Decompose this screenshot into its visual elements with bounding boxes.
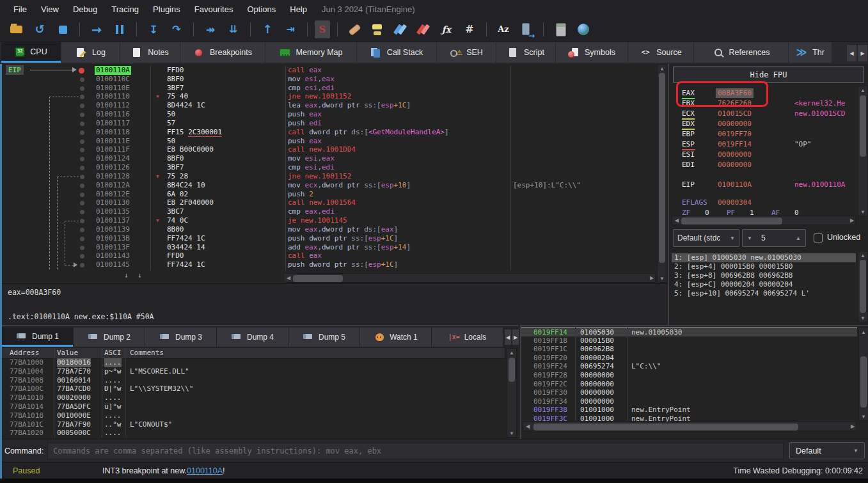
instruction-dot[interactable] bbox=[80, 193, 84, 197]
dump-tab-locals[interactable]: Locals bbox=[432, 328, 503, 347]
disasm-row[interactable]: 01001110▾75 40jne new.1001152 bbox=[2, 92, 654, 101]
register-value[interactable]: 0019FF14 bbox=[718, 139, 752, 149]
tab-cpu[interactable]: CPU bbox=[1, 42, 61, 63]
instruction-dot[interactable] bbox=[80, 139, 84, 144]
hash-icon[interactable] bbox=[460, 20, 479, 38]
register-value[interactable]: 00000000 bbox=[718, 150, 752, 159]
stop-icon[interactable] bbox=[53, 20, 72, 38]
instruction-dot[interactable] bbox=[80, 113, 84, 117]
scroll-left-icon[interactable]: ◀ bbox=[524, 423, 532, 430]
calculator-icon[interactable] bbox=[551, 20, 570, 38]
disasm-row[interactable]: 01001130E8 2F040000call new.1001564 bbox=[2, 198, 654, 207]
register-value[interactable]: 0019FF70 bbox=[718, 129, 752, 139]
disasm-row[interactable]: 010011398B00mov eax,dword ptr ds:[eax] bbox=[2, 225, 654, 234]
dump-value[interactable]: 77BA7F90 bbox=[57, 420, 91, 429]
dump-header-asci[interactable]: ASCI bbox=[104, 348, 122, 358]
disassembly-pane[interactable]: EIP 0100110AFFD0call eax0100110C8BF0mov … bbox=[2, 64, 668, 283]
case-az-icon[interactable] bbox=[494, 20, 513, 38]
stack-pane[interactable]: 0019FF1401005030new.010050300019FF180000… bbox=[520, 325, 868, 439]
labels-red-icon[interactable] bbox=[414, 20, 433, 38]
register-value[interactable]: 00000000 bbox=[718, 160, 752, 170]
scroll-thumb[interactable] bbox=[509, 358, 515, 382]
instruction-dot[interactable] bbox=[80, 77, 84, 82]
fx-icon[interactable] bbox=[437, 20, 456, 38]
scroll-thumb[interactable] bbox=[533, 424, 798, 431]
scroll-thumb[interactable] bbox=[659, 73, 665, 263]
instruction-dot[interactable] bbox=[80, 86, 84, 91]
tab-scroll-right-icon[interactable]: ▶ bbox=[857, 44, 868, 62]
step-over-icon[interactable] bbox=[167, 20, 186, 38]
stack-row[interactable]: 0019FF3400000000 bbox=[521, 397, 857, 406]
argument-row[interactable]: 2: [esp+4] 000015B0 000015B0 bbox=[672, 262, 856, 271]
dump-row[interactable]: 77BA10200005000C.... bbox=[2, 429, 505, 436]
scroll-right-icon[interactable]: ▶ bbox=[848, 217, 856, 224]
stack-value[interactable]: 00000000 bbox=[580, 380, 614, 389]
execute-till-return-icon[interactable] bbox=[258, 20, 277, 38]
menu-view[interactable]: View bbox=[34, 0, 66, 18]
instruction-dot[interactable] bbox=[80, 131, 84, 135]
dump-row[interactable]: 77BA10180010000E.... bbox=[2, 411, 505, 420]
scroll-thumb[interactable] bbox=[860, 260, 866, 313]
disasm-vertical-scrollbar[interactable]: ▲▼ bbox=[657, 64, 667, 283]
dump-header-value[interactable]: Value bbox=[57, 348, 78, 358]
menu-plugins[interactable]: Plugins bbox=[146, 0, 187, 18]
register-value[interactable]: 00000000 bbox=[718, 119, 752, 129]
disasm-row[interactable]: 0100111E50push eax bbox=[2, 137, 654, 146]
run-to-user-code-icon[interactable] bbox=[281, 20, 300, 38]
dump-row[interactable]: 77BA101477BA5DFCü]°w bbox=[2, 402, 505, 411]
tab-source[interactable]: Source bbox=[628, 42, 693, 63]
dump-row[interactable]: 77BA101000020000.... bbox=[2, 393, 505, 402]
modules-icon[interactable] bbox=[517, 20, 536, 38]
stack-value[interactable]: 00695274 bbox=[580, 362, 614, 371]
stack-row[interactable]: 0019FF3000000000 bbox=[521, 388, 857, 397]
dump-value[interactable]: 00160014 bbox=[57, 376, 91, 385]
disasm-row[interactable]: 0100110E3BF7cmp esi,edi bbox=[2, 84, 654, 93]
registers-vertical-scrollbar[interactable]: ▲▼ bbox=[858, 86, 868, 216]
stack-row[interactable]: 0019FF18000015B0 bbox=[521, 337, 857, 345]
instruction-dot[interactable] bbox=[80, 219, 84, 223]
disasm-row[interactable]: 0100112A8B4C24 10mov ecx,dword ptr ss:[e… bbox=[2, 181, 654, 190]
stack-value[interactable]: 00000000 bbox=[580, 397, 614, 406]
disasm-row[interactable]: 010011353BC7cmp eax,edi bbox=[2, 207, 654, 216]
instruction-dot[interactable] bbox=[80, 122, 84, 126]
scroll-down-icon[interactable]: ▼ bbox=[859, 315, 867, 322]
labels-blue-icon[interactable] bbox=[391, 20, 410, 38]
register-row[interactable]: EFLAGS00000304 bbox=[669, 198, 856, 207]
scroll-thumb[interactable] bbox=[293, 275, 343, 282]
dump-tab-scroll-right-icon[interactable]: ▶ bbox=[512, 329, 519, 345]
disasm-row[interactable]: 01001118FF15 2C300001call dword ptr ds:[… bbox=[2, 128, 654, 137]
stack-vertical-scrollbar[interactable]: ▲▼ bbox=[858, 328, 868, 421]
instruction-dot[interactable] bbox=[80, 157, 84, 161]
dump-tab-dump-1[interactable]: Dump 1 bbox=[2, 328, 73, 347]
stack-value[interactable]: 00000000 bbox=[580, 371, 614, 380]
stack-row[interactable]: 0019FF3801001000new.EntryPoint bbox=[521, 406, 857, 415]
stack-row[interactable]: 0019FF2800000000 bbox=[521, 371, 857, 380]
disasm-row[interactable]: 0100111FE8 B00C0000call new.1001DD4 bbox=[2, 145, 654, 154]
dump-row[interactable]: 77BA100800160014.... bbox=[2, 376, 505, 385]
scroll-up-icon[interactable]: ▲ bbox=[508, 349, 516, 356]
disasm-row[interactable]: 010011248BF0mov esi,eax bbox=[2, 154, 654, 163]
internet-icon[interactable] bbox=[574, 20, 593, 38]
dump-tab-watch-1[interactable]: Watch 1 bbox=[360, 328, 431, 347]
stepper-up-icon[interactable]: ▲ bbox=[796, 235, 801, 241]
dump-header-address[interactable]: Address bbox=[10, 348, 39, 358]
register-row[interactable]: ECX010015CDnew.010015CD bbox=[669, 109, 856, 118]
instruction-dot[interactable] bbox=[80, 201, 84, 205]
registers-horizontal-scrollbar[interactable]: ◀▶ bbox=[672, 216, 856, 225]
scroll-down-icon[interactable]: ▼ bbox=[859, 209, 867, 216]
scroll-thumb[interactable] bbox=[860, 356, 867, 408]
stack-value[interactable]: 006962B8 bbox=[580, 345, 614, 354]
scroll-right-icon[interactable]: ▶ bbox=[849, 423, 856, 430]
register-value[interactable]: 008A3F60 bbox=[716, 88, 754, 98]
register-value[interactable]: 0100110A bbox=[718, 180, 752, 189]
scroll-thumb[interactable] bbox=[860, 95, 866, 157]
dump-tab-dump-5[interactable]: Dump 5 bbox=[288, 328, 359, 347]
instruction-dot[interactable] bbox=[80, 246, 84, 250]
dump-pane[interactable]: AddressValueASCIComments 77BA10000018001… bbox=[2, 325, 518, 439]
dump-value[interactable]: 77BA5DFC bbox=[57, 402, 91, 411]
tab-memory-map[interactable]: Memory Map bbox=[265, 42, 356, 63]
register-value[interactable]: 00000304 bbox=[718, 198, 752, 207]
scroll-up-icon[interactable]: ▲ bbox=[658, 65, 666, 72]
instruction-dot[interactable] bbox=[80, 175, 84, 179]
instruction-dot[interactable] bbox=[80, 228, 84, 232]
